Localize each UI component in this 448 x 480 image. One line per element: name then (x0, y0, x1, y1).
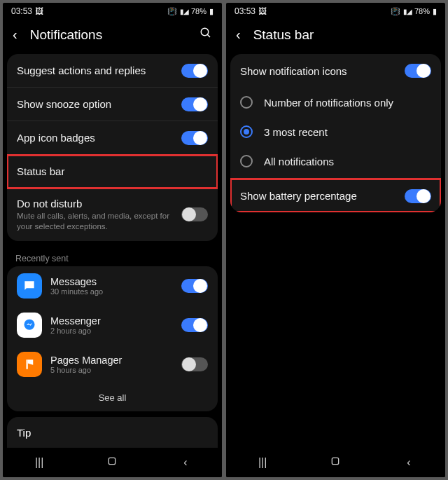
app-icon-pages (17, 352, 42, 377)
radio-icon[interactable] (240, 155, 253, 167)
toggle-show-icons[interactable] (405, 64, 431, 78)
svg-rect-4 (109, 458, 115, 464)
vibrate-icon: 📳 (391, 7, 400, 16)
statusbar-panel: Show notification icons Number of notifi… (230, 54, 441, 212)
toggle-battery-pct[interactable] (405, 189, 431, 203)
page-title: Notifications (30, 27, 187, 43)
radio-label: Number of notifications only (264, 97, 393, 109)
android-navbar: ||| ‹ (3, 448, 222, 477)
page-title: Status bar (253, 27, 435, 43)
search-icon[interactable] (200, 27, 212, 43)
row-dnd[interactable]: Do not disturb Mute all calls, alerts, a… (7, 188, 218, 241)
radio-3-recent[interactable]: 3 most recent (230, 117, 441, 146)
toggle-pages[interactable] (181, 357, 208, 371)
image-icon: 🖼 (258, 6, 267, 16)
app-time: 5 hours ago (50, 366, 173, 374)
battery-icon: ▮ (433, 7, 437, 16)
row-snooze[interactable]: Show snooze option (7, 88, 218, 121)
toggle-suggest-actions[interactable] (181, 64, 208, 78)
battery-percent: 78% (414, 7, 430, 15)
app-row-messages[interactable]: Messages 30 minutes ago (7, 266, 218, 306)
image-icon: 🖼 (35, 6, 43, 16)
row-label: Show battery percentage (240, 190, 405, 202)
nav-back[interactable]: ‹ (164, 456, 206, 469)
svg-point-0 (201, 28, 209, 36)
signal-icon: ▮◢ (180, 8, 188, 15)
android-status-bar: 03:53 🖼 📳 ▮◢ 78% ▮ (226, 3, 445, 20)
row-label: App icon badges (17, 132, 181, 144)
tip-title: Tip (17, 427, 208, 439)
header: ‹ Status bar (226, 20, 445, 54)
row-suggest-actions[interactable]: Suggest actions and replies (7, 54, 218, 88)
row-battery-pct[interactable]: Show battery percentage (230, 179, 441, 212)
row-label: Show notification icons (240, 65, 405, 77)
nav-back[interactable]: ‹ (388, 456, 430, 469)
app-name: Pages Manager (50, 355, 173, 366)
radio-number-only[interactable]: Number of notifications only (230, 88, 441, 117)
toggle-messenger[interactable] (181, 318, 208, 332)
nav-home[interactable] (91, 455, 133, 469)
clock: 03:53 (234, 6, 255, 16)
back-icon[interactable]: ‹ (13, 27, 18, 43)
row-status-bar[interactable]: Status bar (7, 155, 218, 188)
toggle-dnd[interactable] (181, 207, 208, 221)
back-icon[interactable]: ‹ (236, 27, 241, 43)
row-label: Suggest actions and replies (17, 64, 181, 76)
nav-home[interactable] (314, 455, 356, 469)
clock: 03:53 (11, 6, 32, 16)
vibrate-icon: 📳 (167, 7, 177, 16)
app-time: 2 hours ago (50, 327, 173, 335)
recent-apps-panel: Messages 30 minutes ago Messenger 2 hour… (7, 266, 218, 411)
header: ‹ Notifications (3, 20, 222, 54)
section-recently-sent: Recently sent (3, 247, 222, 266)
radio-label: 3 most recent (264, 126, 328, 138)
phone-left: 03:53 🖼 📳 ▮◢ 78% ▮ ‹ Notifications Sugge… (3, 3, 222, 477)
row-label: Show snooze option (17, 98, 181, 110)
signal-icon: ▮◢ (403, 8, 412, 15)
nav-recents[interactable]: ||| (18, 456, 60, 469)
app-icon-messages (17, 273, 42, 299)
android-navbar: ||| ‹ (226, 448, 445, 477)
android-status-bar: 03:53 🖼 📳 ▮◢ 78% ▮ (3, 3, 222, 20)
app-icon-messenger (17, 313, 42, 338)
svg-rect-5 (332, 458, 339, 464)
radio-icon[interactable] (240, 96, 253, 109)
toggle-snooze[interactable] (181, 97, 208, 111)
toggle-app-badges[interactable] (181, 131, 208, 145)
app-time: 30 minutes ago (50, 287, 173, 296)
toggle-messages[interactable] (181, 279, 208, 293)
row-app-badges[interactable]: App icon badges (7, 121, 218, 155)
radio-all[interactable]: All notifications (230, 146, 441, 179)
radio-label: All notifications (264, 156, 334, 167)
battery-icon: ▮ (209, 7, 214, 16)
row-label: Status bar (17, 165, 208, 177)
app-row-pages[interactable]: Pages Manager 5 hours ago (7, 345, 218, 384)
svg-rect-3 (27, 359, 28, 369)
nav-recents[interactable]: ||| (241, 456, 284, 469)
radio-icon[interactable] (240, 125, 253, 138)
see-all-button[interactable]: See all (7, 384, 218, 411)
phone-right: 03:53 🖼 📳 ▮◢ 78% ▮ ‹ Status bar Show not… (226, 3, 445, 477)
app-name: Messages (50, 276, 173, 287)
settings-panel: Suggest actions and replies Show snooze … (7, 54, 218, 241)
row-label: Do not disturb (17, 198, 181, 210)
svg-line-1 (207, 34, 210, 37)
row-show-icons[interactable]: Show notification icons (230, 54, 441, 88)
app-name: Messenger (50, 315, 173, 327)
battery-percent: 78% (191, 7, 206, 15)
row-sublabel: Mute all calls, alerts, and media, excep… (17, 211, 178, 232)
app-row-messenger[interactable]: Messenger 2 hours ago (7, 306, 218, 345)
